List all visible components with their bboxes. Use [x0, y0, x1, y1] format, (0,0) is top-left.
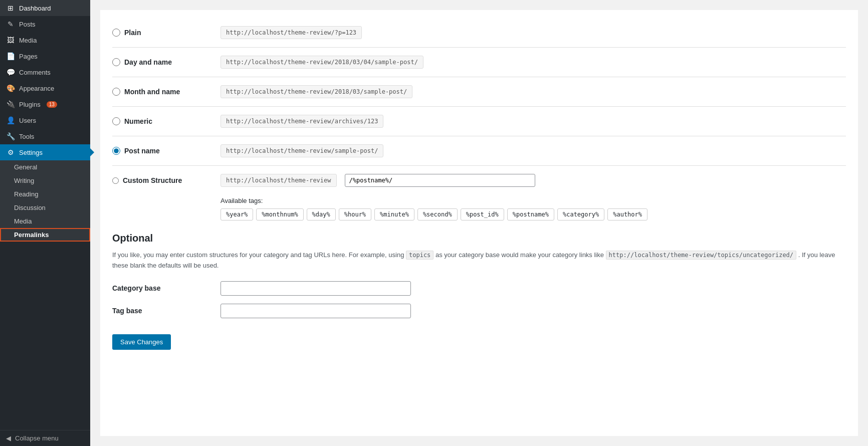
- radio-plain[interactable]: [112, 29, 120, 37]
- label-plain[interactable]: Plain: [112, 29, 212, 37]
- collapse-label: Collapse menu: [15, 434, 59, 442]
- sidebar-item-label: Users: [19, 117, 36, 124]
- divider-1: [112, 47, 846, 48]
- comments-icon: 💬: [6, 68, 15, 76]
- topics-code: topics: [406, 251, 433, 260]
- divider-2: [112, 77, 846, 77]
- url-month-name: http://localhost/theme-review/2018/03/sa…: [221, 85, 412, 98]
- media-icon: 🖼: [6, 36, 15, 44]
- optional-description: If you like, you may enter custom struct…: [112, 250, 846, 271]
- radio-numeric[interactable]: [112, 117, 120, 125]
- radio-month-name[interactable]: [112, 88, 120, 96]
- url-numeric: http://localhost/theme-review/archives/1…: [221, 115, 383, 128]
- radio-custom[interactable]: [112, 177, 119, 184]
- sidebar-item-label: Settings: [19, 149, 43, 156]
- tag-author[interactable]: %author%: [607, 208, 647, 220]
- sidebar-item-label: Media: [19, 37, 37, 44]
- dashboard-icon: ⊞: [6, 4, 15, 12]
- settings-submenu: General Writing Reading Discussion Media…: [0, 160, 90, 242]
- tools-icon: 🔧: [6, 132, 15, 140]
- submenu-general[interactable]: General: [0, 160, 90, 174]
- category-base-input[interactable]: [221, 281, 411, 296]
- sidebar-item-users[interactable]: 👤 Users: [0, 112, 90, 128]
- sidebar-item-label: Appearance: [19, 85, 54, 92]
- tag-day[interactable]: %day%: [307, 208, 336, 220]
- permalink-row-custom: Custom Structure http://localhost/theme-…: [112, 168, 846, 193]
- divider-4: [112, 136, 846, 136]
- save-changes-button[interactable]: Save Changes: [112, 334, 171, 350]
- label-month-name[interactable]: Month and name: [112, 88, 212, 96]
- optional-title: Optional: [112, 233, 846, 244]
- tag-category[interactable]: %category%: [557, 208, 604, 220]
- sidebar-item-posts[interactable]: ✎ Posts: [0, 16, 90, 32]
- sidebar-item-pages[interactable]: 📄 Pages: [0, 48, 90, 64]
- permalinks-settings: Plain http://localhost/theme-review/?p=1…: [100, 10, 858, 436]
- sidebar-item-label: Posts: [19, 21, 36, 28]
- divider-3: [112, 106, 846, 107]
- available-tags-section: Available tags: %year% %monthnum% %day% …: [221, 197, 846, 220]
- sidebar-item-plugins[interactable]: 🔌 Plugins 13: [0, 96, 90, 112]
- tag-monthnum[interactable]: %monthnum%: [256, 208, 303, 220]
- sidebar-item-appearance[interactable]: 🎨 Appearance: [0, 80, 90, 96]
- url-post-name: http://localhost/theme-review/sample-pos…: [221, 144, 383, 157]
- tag-post-id[interactable]: %post_id%: [461, 208, 504, 220]
- tag-minute[interactable]: %minute%: [374, 208, 414, 220]
- tags-container: %year% %monthnum% %day% %hour% %minute% …: [221, 208, 846, 220]
- sidebar-item-settings[interactable]: ⚙ Settings: [0, 144, 90, 160]
- custom-url-base: http://localhost/theme-review: [221, 174, 337, 187]
- permalink-row-day-name: Day and name http://localhost/theme-revi…: [112, 50, 846, 75]
- radio-day-name[interactable]: [112, 58, 120, 66]
- appearance-icon: 🎨: [6, 84, 15, 92]
- submenu-media[interactable]: Media: [0, 214, 90, 228]
- sidebar-item-label: Tools: [19, 133, 34, 140]
- submenu-writing[interactable]: Writing: [0, 174, 90, 187]
- tag-postname[interactable]: %postname%: [507, 208, 554, 220]
- permalink-row-month-name: Month and name http://localhost/theme-re…: [112, 79, 846, 104]
- radio-post-name[interactable]: [112, 147, 120, 155]
- custom-structure-input[interactable]: [345, 174, 535, 187]
- url-day-name: http://localhost/theme-review/2018/03/04…: [221, 56, 423, 69]
- divider-5: [112, 165, 846, 166]
- plugins-icon: 🔌: [6, 100, 15, 108]
- label-custom[interactable]: Custom Structure: [112, 176, 212, 184]
- users-icon: 👤: [6, 116, 15, 124]
- tag-hour[interactable]: %hour%: [339, 208, 371, 220]
- permalink-row-numeric: Numeric http://localhost/theme-review/ar…: [112, 109, 846, 134]
- sidebar-item-tools[interactable]: 🔧 Tools: [0, 128, 90, 144]
- sidebar-item-media[interactable]: 🖼 Media: [0, 32, 90, 48]
- sidebar: ⊞ Dashboard ✎ Posts 🖼 Media 📄 Pages 💬 Co…: [0, 0, 90, 446]
- label-day-name[interactable]: Day and name: [112, 58, 212, 66]
- permalink-row-post-name: Post name http://localhost/theme-review/…: [112, 138, 846, 163]
- sidebar-item-label: Plugins: [19, 101, 41, 108]
- category-base-label: Category base: [112, 284, 212, 292]
- settings-icon: ⚙: [6, 148, 15, 156]
- collapse-icon: ◀: [6, 434, 11, 442]
- submenu-permalinks[interactable]: Permalinks: [0, 228, 90, 242]
- pages-icon: 📄: [6, 52, 15, 60]
- label-post-name[interactable]: Post name: [112, 147, 212, 155]
- submenu-reading[interactable]: Reading: [0, 187, 90, 201]
- category-base-row: Category base: [112, 281, 846, 296]
- sidebar-item-dashboard[interactable]: ⊞ Dashboard: [0, 0, 90, 16]
- url-plain: http://localhost/theme-review/?p=123: [221, 26, 362, 39]
- available-tags-label: Available tags:: [221, 197, 846, 204]
- posts-icon: ✎: [6, 20, 15, 28]
- tag-base-input[interactable]: [221, 304, 411, 318]
- sidebar-item-comments[interactable]: 💬 Comments: [0, 64, 90, 80]
- main-content: Plain http://localhost/theme-review/?p=1…: [90, 0, 868, 446]
- label-numeric[interactable]: Numeric: [112, 117, 212, 125]
- optional-url: http://localhost/theme-review/topics/unc…: [606, 251, 796, 260]
- tag-base-label: Tag base: [112, 307, 212, 315]
- sidebar-item-label: Dashboard: [19, 5, 51, 12]
- sidebar-item-label: Comments: [19, 69, 51, 76]
- tag-year[interactable]: %year%: [221, 208, 253, 220]
- tag-second[interactable]: %second%: [417, 208, 458, 220]
- tag-base-row: Tag base: [112, 304, 846, 318]
- plugins-badge: 13: [47, 101, 57, 108]
- submenu-discussion[interactable]: Discussion: [0, 201, 90, 214]
- sidebar-item-label: Pages: [19, 53, 38, 60]
- permalink-row-plain: Plain http://localhost/theme-review/?p=1…: [112, 20, 846, 45]
- collapse-menu-button[interactable]: ◀ Collapse menu: [0, 430, 90, 446]
